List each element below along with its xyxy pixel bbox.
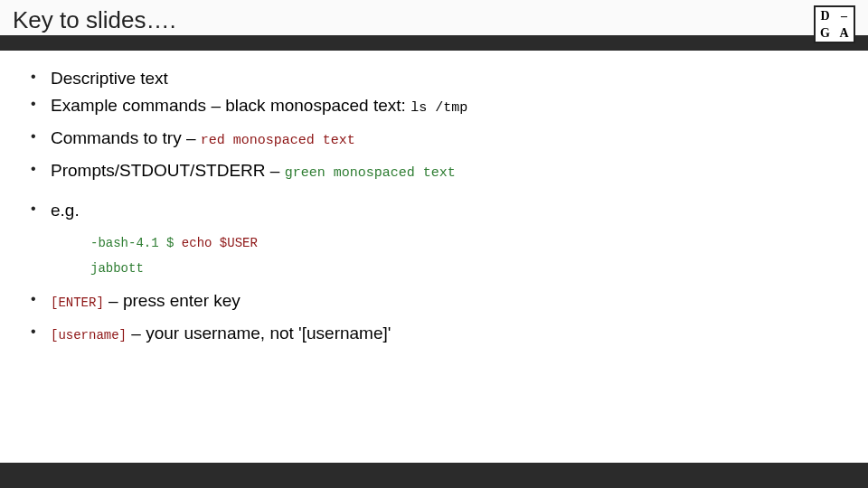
bullet-username: [username] – your username, not '[userna…	[11, 322, 857, 345]
logo-bl: G	[820, 27, 830, 40]
bullet-prompts-stdout: Prompts/STDOUT/STDERR – green monospaced…	[11, 159, 857, 183]
text: – your username, not '[username]'	[127, 324, 391, 343]
logo-br: A	[839, 27, 848, 40]
prompt-text: -bash-4.1 $	[90, 236, 182, 250]
code-red: [username]	[51, 328, 127, 343]
code-green: green monospaced text	[285, 165, 456, 181]
logo-tl: D	[820, 10, 829, 23]
example-block: -bash-4.1 $ echo $USER jabbott	[90, 230, 857, 280]
code-red: [ENTER]	[51, 296, 104, 310]
slide-footer-bar	[0, 463, 868, 488]
bullet-example-commands: Example commands – black monospaced text…	[11, 94, 857, 117]
text: – press enter key	[104, 291, 241, 310]
example-line-2: jabbott	[90, 255, 857, 280]
text: Descriptive text	[51, 69, 168, 88]
bullet-list: Descriptive text Example commands – blac…	[11, 67, 857, 345]
bullet-commands-to-try: Commands to try – red monospaced text	[11, 127, 857, 150]
logo-tr: –	[841, 10, 847, 23]
bullet-enter-key: [ENTER] – press enter key	[11, 289, 857, 313]
text: Commands to try –	[51, 128, 201, 147]
slide-title: Key to slides….	[13, 7, 176, 33]
example-line-1: -bash-4.1 $ echo $USER	[90, 230, 857, 255]
text: Example commands – black monospaced text…	[51, 96, 410, 115]
slide-body: Descriptive text Example commands – blac…	[0, 51, 868, 488]
bullet-eg: e.g. -bash-4.1 $ echo $USER jabbott	[11, 199, 857, 280]
slide-header: Key to slides…. D – G A	[0, 0, 868, 51]
code-black: ls /tmp	[410, 100, 467, 116]
bullet-descriptive: Descriptive text	[11, 67, 857, 90]
logo-icon: D – G A	[814, 5, 855, 43]
text: Prompts/STDOUT/STDERR –	[51, 161, 285, 180]
text: e.g.	[51, 201, 80, 220]
output-text: jabbott	[90, 261, 144, 276]
command-text: echo $USER	[182, 236, 258, 250]
code-red: red monospaced text	[201, 133, 355, 148]
